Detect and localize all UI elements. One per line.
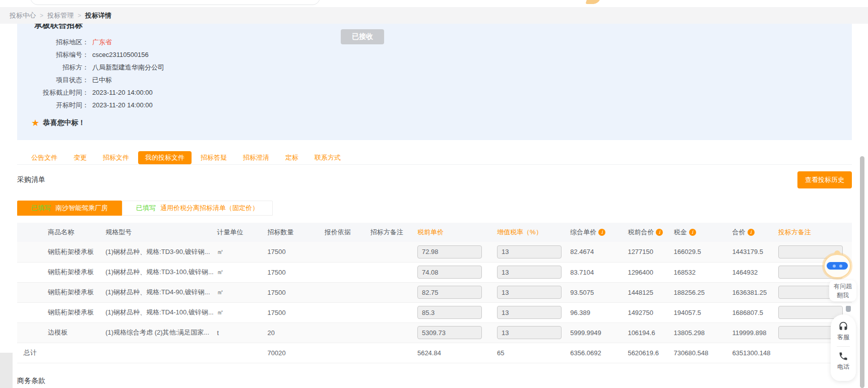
cell-product-name: 钢筋桁架楼承板 <box>17 242 105 262</box>
search-input[interactable] <box>30 0 320 5</box>
field-value: cscec23110500156 <box>92 48 149 61</box>
subtab-label: 通用价税分离招标清单（固定价） <box>160 204 259 213</box>
col-tax: 税金i <box>674 223 732 242</box>
col-label: 综合单价 <box>570 228 596 236</box>
field-label: 项目状态： <box>17 74 89 86</box>
pre-tax-price-input[interactable] <box>417 326 482 339</box>
vertical-scrollbar-thumb[interactable] <box>860 156 864 388</box>
divider <box>837 346 850 347</box>
pre-tax-price-input[interactable] <box>417 266 482 279</box>
breadcrumb-item-bid-center[interactable]: 投标中心 <box>10 11 36 20</box>
col-bidder-note: 投标方备注 <box>778 223 852 242</box>
bid-info-panel: 承板联合招标 已接收 招标地区： 广东省 招标编号： cscec23110500… <box>17 24 852 140</box>
cell-qty: 20 <box>268 322 325 343</box>
assistant-bubble[interactable]: 有问题 翻我 <box>829 280 856 301</box>
cell-pre-tax-total: 5620619.6 <box>628 343 673 363</box>
subtab-general-price-tax-list[interactable]: 已填写 通用价税分离招标清单（固定价） <box>122 201 273 216</box>
table-row: 钢筋桁架楼承板 (1)钢材品种、规格:TD3-90,镀锌钢... ㎡ 17500… <box>17 242 852 262</box>
table-row: 钢筋桁架楼承板 (1)钢材品种、规格:TD4-100,镀锌钢... ㎡ 1750… <box>17 302 852 322</box>
info-icon[interactable]: i <box>656 229 663 236</box>
assistant-mascot-icon[interactable] <box>823 252 852 279</box>
shield-badge-icon <box>846 306 851 312</box>
info-icon[interactable]: i <box>689 229 696 236</box>
cell-product-name: 钢筋桁架楼承板 <box>17 282 105 302</box>
view-bid-history-button[interactable]: 查看投标历史 <box>797 171 852 188</box>
cell-vat-rate <box>497 302 570 322</box>
cell-tenderer-note <box>370 242 417 262</box>
cell-quote-basis <box>325 242 370 262</box>
cell-unit: ㎡ <box>217 282 267 302</box>
cell-pre-tax-total: 1492750 <box>628 302 673 322</box>
col-label: 税前合价 <box>628 228 654 236</box>
table-row: 钢筋桁架楼承板 (1)钢材品种、规格:TD3-100,镀锌钢... ㎡ 1750… <box>17 262 852 282</box>
cell-pre-tax-total: 1448125 <box>628 282 673 302</box>
bubble-line: 翻我 <box>829 291 856 300</box>
tab-announcement-files[interactable]: 公告文件 <box>24 151 65 164</box>
vat-rate-input[interactable] <box>497 245 562 258</box>
cell-qty: 17500 <box>268 302 325 322</box>
field-label: 招标编号： <box>17 48 89 61</box>
pre-tax-price-input[interactable] <box>417 245 482 258</box>
info-icon[interactable]: i <box>748 229 755 236</box>
pre-tax-price-input[interactable] <box>417 306 482 319</box>
congrats-message: ★ 恭喜您中标！ <box>31 117 85 128</box>
bubble-line: 有问题 <box>829 282 856 291</box>
vat-rate-input[interactable] <box>497 286 562 299</box>
field-region: 招标地区： 广东省 <box>17 36 852 48</box>
col-unit: 计量单位 <box>217 223 267 242</box>
vat-rate-input[interactable] <box>497 326 562 339</box>
cell-qty: 17500 <box>268 262 325 282</box>
filled-status-badge: 已填写 <box>136 204 156 213</box>
cell-tenderer-note <box>370 302 417 322</box>
tab-tender-files[interactable]: 招标文件 <box>96 151 136 164</box>
info-icon[interactable]: i <box>598 229 605 236</box>
tab-award[interactable]: 定标 <box>278 151 305 164</box>
headset-icon <box>838 321 848 332</box>
cell-vat-rate <box>497 322 570 343</box>
detail-tabs: 公告文件 变更 招标文件 我的投标文件 招标答疑 招标澄清 定标 联系方式 <box>17 151 852 165</box>
cell-unit: ㎡ <box>217 302 267 322</box>
tab-contact[interactable]: 联系方式 <box>307 151 348 164</box>
purchase-section-header: 采购清单 查看投标历史 <box>17 171 852 188</box>
corner-panel-edge <box>0 353 13 388</box>
col-total-price: 合价i <box>732 223 778 242</box>
col-vat-rate: 增值税率（%） <box>497 223 570 242</box>
cell-tax: 166029.5 <box>674 242 732 262</box>
breadcrumb-item-bid-management[interactable]: 投标管理 <box>47 11 74 20</box>
cell-quote-basis <box>325 302 370 322</box>
col-tender-qty: 招标数量 <box>268 223 325 242</box>
cell-comp-unit-price: 93.5075 <box>570 282 628 302</box>
tab-tender-clarification[interactable]: 招标澄清 <box>236 151 276 164</box>
cell-tenderer-note <box>370 282 417 302</box>
cell-product-name: 钢筋桁架楼承板 <box>17 262 105 282</box>
pre-tax-price-input[interactable] <box>417 286 482 299</box>
cell-tenderer-note <box>370 262 417 282</box>
vat-rate-input[interactable] <box>497 306 562 319</box>
bidder-note-input[interactable] <box>778 306 843 319</box>
field-value: 八局新型建造华南分公司 <box>92 61 164 74</box>
cell-spec: (1)规格综合考虑 (2)其他:满足国家... <box>105 322 217 343</box>
phone-label: 电话 <box>837 363 849 371</box>
col-label: 合价 <box>732 228 746 236</box>
tab-tender-qa[interactable]: 招标答疑 <box>194 151 234 164</box>
mascot-face <box>824 254 851 278</box>
subtab-label: 南沙智能驾乘厂房 <box>55 204 108 213</box>
tab-changes[interactable]: 变更 <box>67 151 94 164</box>
field-project-status: 项目状态： 已中标 <box>17 74 852 86</box>
field-open-time: 开标时间： 2023-11-20 14:00:00 <box>17 99 852 111</box>
field-tenderer: 招标方： 八局新型建造华南分公司 <box>17 61 852 74</box>
vat-rate-input[interactable] <box>497 266 562 279</box>
table-row: 钢筋桁架楼承板 (1)钢材品种、规格:TD4-90,镀锌钢... ㎡ 17500… <box>17 282 852 302</box>
cell-total-label: 总计 <box>17 343 105 363</box>
col-label: 税金 <box>674 228 687 236</box>
phone-button[interactable]: 电话 <box>837 351 849 371</box>
cell-comp-unit-price: 83.7104 <box>570 262 628 282</box>
tab-my-bid-files[interactable]: 我的投标文件 <box>138 151 192 164</box>
congrats-text: 恭喜您中标！ <box>43 118 85 127</box>
cell-pre-tax-price <box>417 282 497 302</box>
subtab-nansha-factory[interactable]: 已填写 南沙智能驾乘厂房 <box>17 201 122 216</box>
customer-service-button[interactable]: 客服 <box>837 321 849 342</box>
accepted-status-button[interactable]: 已接收 <box>341 29 384 44</box>
col-pre-tax-price: 税前单价 <box>417 223 497 242</box>
mascot-knot <box>834 250 840 255</box>
